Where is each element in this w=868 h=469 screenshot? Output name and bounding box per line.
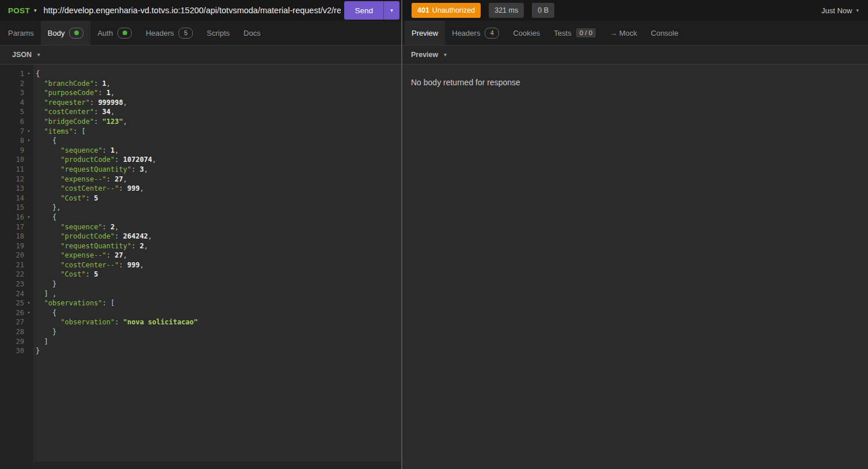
- code-text: "bridgeCode": "123",: [33, 117, 127, 127]
- code-line[interactable]: 12 "expense--": 27,: [0, 175, 401, 184]
- code-text: ] ,: [33, 289, 56, 299]
- code-line[interactable]: 29 ]: [0, 337, 401, 347]
- line-number: 19: [0, 241, 24, 251]
- tab-response-headers[interactable]: Headers 4: [445, 21, 506, 45]
- line-number: 22: [0, 270, 24, 279]
- code-line[interactable]: 2 "branchCode": 1,: [0, 79, 401, 89]
- tab-label: Body: [48, 29, 65, 37]
- gutter-cell: 19: [0, 241, 33, 251]
- code-line[interactable]: 16▾ {: [0, 213, 401, 222]
- line-number: 4: [0, 98, 24, 108]
- preview-mode-dropdown[interactable]: Preview ▾: [411, 51, 447, 59]
- tab-tests[interactable]: Tests 0 / 0: [547, 21, 603, 45]
- fold-arrow-icon[interactable]: ▾: [24, 136, 33, 146]
- fold-arrow-icon[interactable]: ▾: [24, 127, 33, 137]
- auth-set-indicator: [117, 28, 132, 39]
- code-line[interactable]: 7▾ "items": [: [0, 127, 401, 137]
- status-badge: 401 Unauthorized: [412, 3, 481, 18]
- send-options-chevron-icon[interactable]: ▾: [383, 1, 399, 20]
- code-text: },: [33, 203, 60, 213]
- line-number: 2: [0, 79, 24, 89]
- code-line[interactable]: 15 },: [0, 203, 401, 213]
- tab-cookies[interactable]: Cookies: [506, 21, 547, 45]
- gutter-cell: 18: [0, 232, 33, 241]
- status-text: Unauthorized: [432, 6, 475, 14]
- code-text: "observations": [: [33, 298, 115, 308]
- code-line[interactable]: 28 }: [0, 327, 401, 337]
- chevron-down-icon: ▾: [34, 7, 37, 13]
- fold-spacer: [24, 327, 33, 337]
- code-line[interactable]: 3 "purposeCode": 1,: [0, 88, 401, 98]
- code-line[interactable]: 23 }: [0, 279, 401, 289]
- gutter-cell: 30: [0, 346, 33, 356]
- code-lines: 1▾{2 "branchCode": 1,3 "purposeCode": 1,…: [0, 65, 401, 356]
- fold-spacer: [24, 232, 33, 241]
- line-number: 16: [0, 213, 24, 222]
- tab-label: Docs: [243, 29, 261, 37]
- tab-params[interactable]: Params: [1, 21, 41, 45]
- fold-spacer: [24, 270, 33, 279]
- response-body-panel: No body returned for response: [402, 65, 868, 469]
- code-line[interactable]: 11 "requestQuantity": 3,: [0, 165, 401, 175]
- tab-label: Params: [8, 29, 34, 37]
- tab-docs[interactable]: Docs: [237, 21, 268, 45]
- code-line[interactable]: 10 "productCode": 1072074,: [0, 155, 401, 165]
- tab-scripts[interactable]: Scripts: [200, 21, 237, 45]
- code-line[interactable]: 17 "sequence": 2,: [0, 222, 401, 232]
- code-line[interactable]: 24 ] ,: [0, 289, 401, 299]
- fold-spacer: [24, 260, 33, 270]
- code-line[interactable]: 22 "Cost": 5: [0, 270, 401, 279]
- code-line[interactable]: 5 "costCenter": 34,: [0, 107, 401, 117]
- fold-spacer: [24, 279, 33, 289]
- fold-arrow-icon[interactable]: ▾: [24, 298, 33, 308]
- content-type-dropdown[interactable]: JSON ▾: [12, 51, 40, 59]
- line-number: 24: [0, 289, 24, 299]
- tab-console[interactable]: Console: [644, 21, 686, 45]
- code-line[interactable]: 19 "requestQuantity": 2,: [0, 241, 401, 251]
- fold-arrow-icon[interactable]: ▾: [24, 213, 33, 222]
- code-line[interactable]: 25▾ "observations": [: [0, 298, 401, 308]
- code-line[interactable]: 14 "Cost": 5: [0, 194, 401, 203]
- code-line[interactable]: 9 "sequence": 1,: [0, 146, 401, 156]
- method-dropdown[interactable]: POST ▾: [8, 6, 37, 15]
- tests-count-badge: 0 / 0: [576, 28, 596, 37]
- code-line[interactable]: 21 "costCenter--": 999,: [0, 260, 401, 270]
- history-dropdown[interactable]: Just Now ▾: [821, 6, 859, 15]
- code-line[interactable]: 20 "expense--": 27,: [0, 251, 401, 260]
- tab-mock[interactable]: → Mock: [603, 21, 644, 45]
- json-body-editor[interactable]: 1▾{2 "branchCode": 1,3 "purposeCode": 1,…: [0, 65, 401, 469]
- code-line[interactable]: 30}: [0, 346, 401, 356]
- fold-arrow-icon[interactable]: ▾: [24, 308, 33, 318]
- code-text: ]: [33, 337, 48, 347]
- code-line[interactable]: 8▾ {: [0, 136, 401, 146]
- code-line[interactable]: 27 "observation": "nova solicitacao": [0, 317, 401, 327]
- tab-auth[interactable]: Auth: [90, 21, 139, 45]
- code-line[interactable]: 6 "bridgeCode": "123",: [0, 117, 401, 127]
- send-button-label: Send: [344, 1, 383, 20]
- send-button[interactable]: Send ▾: [344, 1, 399, 20]
- line-number: 27: [0, 317, 24, 327]
- gutter-cell: 5: [0, 107, 33, 117]
- editor-hscrollbar[interactable]: [0, 462, 401, 469]
- line-number: 11: [0, 165, 24, 175]
- line-number: 30: [0, 346, 24, 356]
- code-line[interactable]: 13 "costCenter--": 999,: [0, 184, 401, 194]
- tab-body[interactable]: Body: [41, 21, 91, 45]
- code-line[interactable]: 18 "productCode": 264242,: [0, 232, 401, 241]
- code-line[interactable]: 4 "requester": 999998,: [0, 98, 401, 108]
- url-input[interactable]: http://develop.engenharia-vd.totvs.io:15…: [44, 6, 341, 15]
- code-text: }: [33, 346, 40, 356]
- line-number: 10: [0, 155, 24, 165]
- fold-arrow-icon[interactable]: ▾: [24, 69, 33, 79]
- tab-preview[interactable]: Preview: [405, 21, 445, 45]
- code-line[interactable]: 1▾{: [0, 69, 401, 79]
- fold-spacer: [24, 203, 33, 213]
- gutter-cell: 7▾: [0, 127, 33, 137]
- fold-spacer: [24, 346, 33, 356]
- tab-headers[interactable]: Headers 5: [139, 21, 200, 45]
- code-line[interactable]: 26▾ {: [0, 308, 401, 318]
- gutter-cell: 1▾: [0, 69, 33, 79]
- gutter-cell: 2: [0, 79, 33, 89]
- size-badge: 0 B: [532, 3, 554, 18]
- line-number: 6: [0, 117, 24, 127]
